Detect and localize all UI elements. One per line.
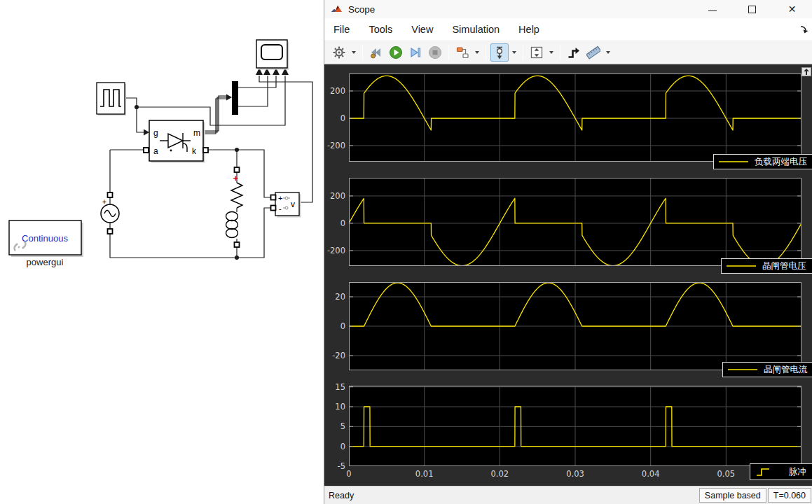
legend-line-glyph (727, 265, 756, 267)
signal-selector-icon (455, 46, 469, 59)
close-icon: ✕ (788, 4, 797, 14)
gear-icon (332, 46, 346, 59)
run-button[interactable] (387, 43, 405, 62)
signal-selector-button[interactable] (453, 43, 472, 62)
minimize-icon (708, 10, 717, 11)
scope-axes-2[interactable] (349, 178, 801, 266)
settings-button[interactable] (330, 43, 348, 62)
rl-bottom-connector[interactable] (235, 242, 240, 247)
y-tick-label: 5 (324, 421, 345, 431)
signal-wires[interactable] (110, 76, 312, 258)
menu-tools[interactable]: Tools (369, 24, 392, 35)
thyristor-dot (170, 150, 172, 152)
step-back-button[interactable] (367, 43, 385, 62)
caret-down-icon (512, 51, 516, 54)
inductor-icon (226, 212, 238, 238)
caret-down-icon (352, 51, 356, 54)
rl-top-connector[interactable] (235, 167, 240, 172)
maximize-button[interactable] (732, 0, 772, 18)
scope-screen-icon (261, 45, 282, 59)
sim-time-text: T=0.060 (773, 491, 806, 500)
cursor-measurements-dropdown-caret[interactable] (509, 43, 518, 62)
caret-down-icon (549, 51, 553, 54)
port-k-connector[interactable] (203, 148, 208, 153)
scope-axes-1[interactable] (349, 74, 801, 162)
toolbar-separator (523, 45, 523, 60)
demux-block[interactable] (232, 81, 238, 115)
stop-button[interactable] (426, 43, 444, 62)
simulink-model-canvas: g m a k + + (0, 0, 324, 504)
scope-block[interactable] (256, 40, 289, 70)
legend-text: 晶闸管电压 (762, 260, 806, 272)
x-tick-label: 0 (333, 469, 364, 479)
voltmeter-plus-connector[interactable] (271, 195, 276, 200)
close-button[interactable]: ✕ (772, 0, 812, 18)
y-tick-label: 0 (324, 321, 345, 331)
x-tick-label: 0.03 (560, 469, 591, 479)
powergui-block[interactable]: Continuous powergui (9, 220, 83, 267)
x-tick-label: 0.05 (710, 469, 741, 479)
scope-axes-4[interactable] (349, 386, 801, 466)
legend-text: 负载两端电压 (755, 156, 807, 168)
axes-scaling-icon (530, 46, 544, 59)
y-tick-label: -20 (324, 351, 345, 360)
status-sim-time: T=0.060 (768, 488, 811, 503)
trigger-button[interactable] (565, 43, 583, 62)
cursor-measurements-button[interactable] (490, 43, 509, 62)
legend-3[interactable]: 晶闸管电流 (722, 362, 812, 377)
voltmeter-minus-connector[interactable] (271, 206, 276, 211)
legend-text: 脉冲 (789, 466, 806, 478)
ac-top-connector[interactable] (108, 192, 113, 197)
curved-arrow-icon[interactable] (799, 25, 808, 34)
measurements-dropdown-caret[interactable] (603, 43, 612, 62)
minimize-button[interactable] (692, 0, 732, 18)
series-rl-branch-block[interactable]: + (226, 167, 243, 247)
menu-file[interactable]: File (333, 24, 350, 35)
voltmeter-v-label: v (291, 200, 295, 209)
window-title: Scope (348, 4, 375, 15)
legend-1[interactable]: 负载两端电压 (713, 154, 812, 169)
ac-bottom-connector[interactable] (108, 229, 113, 234)
x-tick-label: 0.02 (484, 469, 515, 479)
legend-2[interactable]: 晶闸管电压 (721, 258, 812, 274)
axes-scaling-dropdown-caret[interactable] (546, 43, 556, 62)
scope-axes-3[interactable] (349, 282, 801, 370)
thyristor-block[interactable]: g m a k (144, 120, 208, 163)
y-tick-label: 15 (324, 382, 345, 392)
voltage-measurement-block[interactable]: + - v (271, 192, 301, 218)
legend-text: 晶闸管电流 (764, 364, 808, 376)
toolbar (324, 41, 812, 64)
title-bar: Scope ✕ (324, 0, 812, 18)
menu-simulation[interactable]: Simulation (452, 24, 500, 35)
menu-help[interactable]: Help (518, 24, 539, 35)
y-tick-label: 20 (324, 292, 345, 302)
step-forward-button[interactable] (406, 43, 425, 62)
ruler-icon (586, 46, 600, 59)
run-icon (389, 46, 403, 59)
scope-window: Scope ✕ File Tools View Simulation Help (324, 0, 812, 504)
y-tick-label: -200 (324, 246, 345, 255)
toolbar-separator (560, 45, 560, 60)
desktop: { "window": { "title": "Scope", "control… (0, 0, 812, 504)
caret-down-icon (606, 51, 610, 54)
port-label-k: k (192, 146, 197, 156)
powergui-mode-text: Continuous (22, 233, 68, 244)
menu-view[interactable]: View (411, 24, 433, 35)
scope-plot-canvas[interactable]: 2000-200负载两端电压2000-200晶闸管电压200-20晶闸管电流15… (324, 64, 812, 486)
y-tick-label: 0 (324, 218, 345, 228)
y-tick-label: 200 (324, 86, 345, 96)
port-a-connector[interactable] (144, 148, 149, 153)
stop-icon (428, 46, 442, 59)
menu-bar: File Tools View Simulation Help (324, 18, 812, 41)
x-tick-label: 0.04 (635, 469, 666, 479)
axes-scaling-button[interactable] (528, 43, 546, 62)
pulse-generator-block[interactable] (97, 83, 126, 115)
trigger-icon (567, 46, 581, 59)
measurements-ruler-button[interactable] (584, 43, 603, 62)
panel-arrow-button[interactable] (801, 67, 811, 76)
settings-dropdown-caret[interactable] (349, 43, 358, 62)
legend-4[interactable]: 脉冲 (750, 463, 812, 480)
port-label-m: m (193, 128, 200, 138)
y-tick-label: 10 (324, 402, 345, 412)
signal-selector-dropdown-caret[interactable] (472, 43, 481, 62)
